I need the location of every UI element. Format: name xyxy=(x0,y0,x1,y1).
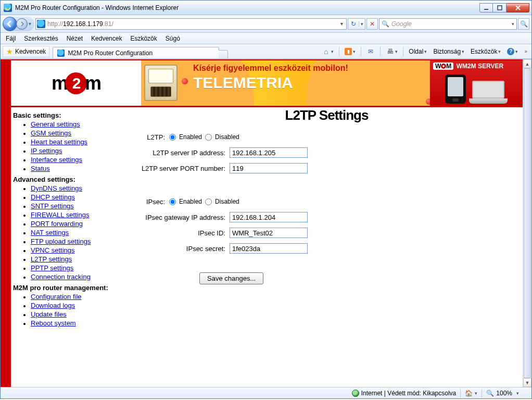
stop-button[interactable]: ✕ xyxy=(366,18,378,30)
zoom-control[interactable]: 🔍 100% ▾ xyxy=(482,390,523,397)
internet-zone-icon xyxy=(352,390,359,397)
rss-icon: ▮ xyxy=(345,48,352,55)
sidebar-link-advanced-2[interactable]: SNTP settings xyxy=(31,202,74,210)
sidebar-item: FIREWALL settings xyxy=(31,211,139,219)
new-tab-button[interactable] xyxy=(219,50,228,58)
sidebar-item: SNTP settings xyxy=(31,202,139,210)
ipsec-id-label: IPsec ID: xyxy=(141,229,230,237)
ipsec-disabled-radio[interactable] xyxy=(205,198,212,205)
sidebar-item: General settings xyxy=(31,120,139,128)
window-maximize-button[interactable] xyxy=(493,3,506,12)
scroll-thumb[interactable] xyxy=(524,68,531,378)
ipsec-label: IPsec: xyxy=(141,198,169,206)
page-menu-button[interactable]: Oldal ▾ xyxy=(407,47,429,56)
sidebar-link-mgmt-0[interactable]: Configuration file xyxy=(31,293,82,301)
mail-icon: ✉ xyxy=(366,47,375,56)
nav-history-dropdown[interactable]: ▾ xyxy=(29,21,31,27)
read-mail-button[interactable]: ✉ xyxy=(364,46,377,57)
ipsec-secret-label: IPsec secret: xyxy=(141,245,230,253)
browser-tab[interactable]: M2M Pro Router Configuration xyxy=(53,47,219,58)
sidebar-item: Update files xyxy=(31,310,139,318)
sidebar-link-advanced-3[interactable]: FIREWALL settings xyxy=(31,211,89,219)
search-box[interactable]: 🔍 Google ▾ xyxy=(379,18,517,30)
sidebar-link-basic-4[interactable]: Interface settings xyxy=(31,156,82,164)
favorites-button-label: Kedvencek xyxy=(15,48,46,55)
window-close-button[interactable] xyxy=(506,3,529,12)
address-bar[interactable]: http://192.168.1.179:81/ ▾ xyxy=(35,18,347,30)
menu-edit[interactable]: Szerkesztés xyxy=(21,34,61,43)
l2tp-server-ip-label: L2TP server IP address: xyxy=(141,149,230,157)
search-go-button[interactable]: 🔍 xyxy=(518,18,529,30)
tools-menu-button[interactable]: Eszközök ▾ xyxy=(468,47,503,56)
sidebar-link-mgmt-3[interactable]: Reboot system xyxy=(31,319,76,327)
sidebar-heading-mgmt: M2M pro router management: xyxy=(13,284,139,292)
resize-grip[interactable] xyxy=(523,390,531,396)
protected-mode-button[interactable]: 🏠 ▾ xyxy=(461,390,482,397)
menu-view[interactable]: Nézet xyxy=(64,34,86,43)
sidebar-link-advanced-1[interactable]: DHCP settings xyxy=(31,193,75,201)
l2tp-enabled-radio[interactable] xyxy=(169,134,176,141)
vertical-scrollbar[interactable]: ▲ ▼ xyxy=(523,59,531,387)
help-button[interactable]: ?▾ xyxy=(505,47,520,56)
ipsec-secret-input[interactable] xyxy=(230,243,308,254)
wm2m-server-label: WM2M SERVER xyxy=(457,63,503,70)
wm2m-logo: WM xyxy=(433,63,453,70)
sidebar-item: DynDNS settings xyxy=(31,184,139,192)
sidebar-item: Reboot system xyxy=(31,319,139,327)
l2tp-enabled-label: Enabled xyxy=(179,133,202,141)
sidebar-link-advanced-6[interactable]: FTP upload settings xyxy=(31,238,91,245)
save-changes-button[interactable]: Save changes... xyxy=(199,272,263,284)
sidebar-link-basic-5[interactable]: Status xyxy=(31,165,50,172)
sidebar-link-basic-1[interactable]: GSM settings xyxy=(31,129,71,137)
menu-favorites[interactable]: Kedvencek xyxy=(88,34,125,43)
feeds-button[interactable]: ▮▾ xyxy=(343,47,358,56)
l2tp-port-input[interactable] xyxy=(230,163,308,173)
window-titlebar: M2M Pro Router Configuration - Windows I… xyxy=(1,1,531,15)
scroll-up-button[interactable]: ▲ xyxy=(523,59,531,68)
favorites-button[interactable]: ★ Kedvencek xyxy=(3,46,49,57)
sidebar-link-advanced-9[interactable]: PPTP settings xyxy=(31,264,73,272)
sidebar-link-basic-0[interactable]: General settings xyxy=(31,120,80,128)
sidebar-item: Configuration file xyxy=(31,293,139,301)
sidebar-link-advanced-10[interactable]: Connection tracking xyxy=(31,273,91,281)
home-button[interactable]: ⌂▾ xyxy=(320,46,336,57)
home-icon: ⌂ xyxy=(322,47,330,56)
ipsec-disabled-label: Disabled xyxy=(215,198,239,205)
safety-menu-button[interactable]: Biztonság ▾ xyxy=(431,47,466,56)
sidebar-link-advanced-8[interactable]: L2TP settings xyxy=(31,255,72,263)
menu-tools[interactable]: Eszközök xyxy=(127,34,160,43)
sidebar-item: PORT forwarding xyxy=(31,220,139,228)
ipsec-gw-input[interactable] xyxy=(230,212,308,222)
banner-line1: Kísérje figyelemmel eszközeit mobilon! xyxy=(193,64,425,73)
shield-icon: 🏠 xyxy=(465,390,473,397)
sidebar-link-advanced-0[interactable]: DynDNS settings xyxy=(31,184,82,192)
search-provider-dropdown[interactable]: ▾ xyxy=(512,21,514,27)
l2tp-disabled-radio[interactable] xyxy=(205,134,212,141)
scroll-down-button[interactable]: ▼ xyxy=(523,378,531,387)
sidebar-link-advanced-5[interactable]: NAT settings xyxy=(31,229,69,236)
ipsec-enabled-radio[interactable] xyxy=(169,198,176,205)
nav-back-button[interactable] xyxy=(3,17,17,31)
svg-rect-1 xyxy=(498,6,502,10)
toolbar-overflow-button[interactable]: » xyxy=(522,47,529,55)
sidebar-link-mgmt-1[interactable]: Download logs xyxy=(31,302,75,309)
print-button[interactable]: 🖶▾ xyxy=(384,46,400,57)
sidebar-link-advanced-4[interactable]: PORT forwarding xyxy=(31,220,83,228)
refresh-button[interactable]: ↻ ▾ xyxy=(348,18,365,30)
ipsec-id-input[interactable] xyxy=(230,228,308,238)
sidebar-link-basic-2[interactable]: Heart beat settings xyxy=(31,138,87,146)
sidebar-link-basic-3[interactable]: IP settings xyxy=(31,147,62,155)
sidebar-link-mgmt-2[interactable]: Update files xyxy=(31,310,67,318)
refresh-dropdown[interactable]: ▾ xyxy=(359,21,365,27)
sidebar-link-advanced-7[interactable]: VPNC settings xyxy=(31,246,75,254)
menu-file[interactable]: Fájl xyxy=(3,34,19,43)
l2tp-server-ip-input[interactable] xyxy=(230,147,308,158)
menu-help[interactable]: Súgó xyxy=(162,34,183,43)
window-minimize-button[interactable] xyxy=(479,3,493,12)
red-dot-icon xyxy=(426,98,430,105)
menu-bar: Fájl Szerkesztés Nézet Kedvencek Eszközö… xyxy=(1,33,531,44)
svg-rect-0 xyxy=(484,9,488,10)
l2tp-disabled-label: Disabled xyxy=(215,133,239,141)
address-dropdown[interactable]: ▾ xyxy=(338,21,345,27)
nav-forward-button[interactable] xyxy=(16,18,28,30)
